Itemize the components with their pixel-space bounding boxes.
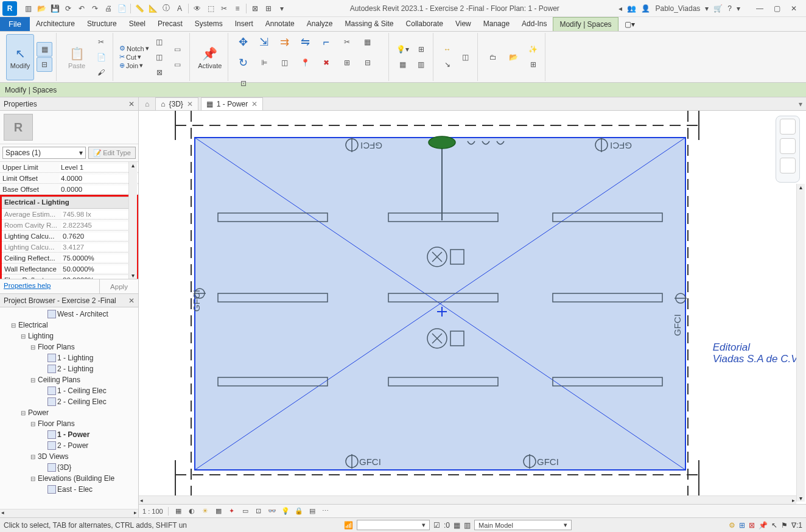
properties-help-link[interactable]: Properties help: [0, 279, 99, 293]
scroll-up-icon[interactable]: ▴: [131, 162, 135, 169]
tree-node[interactable]: 2 - Lighting: [1, 363, 138, 374]
ribbon-tab-structure[interactable]: Structure: [81, 17, 123, 31]
project-browser-tree[interactable]: West - Architect⊟Electrical⊟Lighting⊟Flo…: [0, 307, 138, 509]
create4-icon[interactable]: ⊞: [525, 57, 541, 72]
qat-switch-icon[interactable]: ⊞: [262, 2, 275, 15]
property-row[interactable]: Room Cavity R...2.822345: [2, 220, 136, 231]
crop-show-icon[interactable]: ⊡: [254, 506, 264, 516]
property-row[interactable]: Average Estim...745.98 lx: [2, 209, 136, 220]
tree-twisty-icon[interactable]: ⊟: [19, 410, 27, 416]
shadows-icon[interactable]: ▩: [214, 506, 223, 516]
sb-icon-1[interactable]: ⚙: [729, 521, 735, 530]
tree-node[interactable]: {3D}: [1, 462, 138, 473]
type-selector[interactable]: Spaces (1)▾: [2, 147, 86, 159]
tree-twisty-icon[interactable]: ⊟: [29, 377, 37, 383]
help-icon[interactable]: ?: [727, 4, 732, 13]
ribbon-tab-steel[interactable]: Steel: [123, 17, 152, 31]
tree-node[interactable]: 1 - Ceiling Elec: [1, 385, 138, 396]
ribbon-tab-collaborate[interactable]: Collaborate: [400, 17, 449, 31]
scale-icon[interactable]: ◫: [276, 54, 294, 72]
qat-section-icon[interactable]: ✂: [218, 2, 230, 15]
tree-twisty-icon[interactable]: ⊟: [29, 475, 37, 482]
view1-icon[interactable]: ▦: [395, 57, 411, 72]
qat-print-icon[interactable]: 🖨: [102, 2, 114, 15]
file-tab[interactable]: File: [0, 17, 30, 31]
geom-5-icon[interactable]: ▭: [170, 57, 186, 72]
user-icon[interactable]: 👤: [641, 4, 650, 13]
drawing-canvas[interactable]: GFCI GFCI GFCI GFCI GFCI GFCI Editorial: [139, 111, 806, 517]
tree-node[interactable]: ⊟3D Views: [1, 451, 138, 462]
model-selector[interactable]: Main Model▾: [474, 520, 572, 530]
view-tab-close-icon[interactable]: ✕: [187, 100, 193, 108]
offset-icon[interactable]: ⇲: [255, 33, 273, 51]
ribbon-tab-analyze[interactable]: Analyze: [301, 17, 339, 31]
canvas-hscroll-left-icon[interactable]: ◂: [140, 497, 143, 503]
reveal-icon[interactable]: 💡: [281, 506, 290, 516]
measure-icon[interactable]: ↘: [440, 57, 455, 72]
tree-twisty-icon[interactable]: ⊟: [29, 344, 37, 351]
tree-twisty-icon[interactable]: ⊟: [29, 453, 37, 460]
constraints-icon[interactable]: 🔒: [294, 506, 304, 516]
status-progress-icon[interactable]: 📶: [344, 521, 353, 530]
property-row[interactable]: Lighting Calcu...3.4127: [2, 242, 136, 253]
tree-node[interactable]: ⊟Elevations (Building Ele: [1, 473, 138, 484]
qat-thin-icon[interactable]: ≡: [231, 2, 244, 15]
tree-node[interactable]: ⊟Electrical: [1, 320, 138, 331]
tree-node[interactable]: West - Architect: [1, 309, 138, 320]
mod1-icon[interactable]: ⊞: [338, 54, 356, 72]
modify-button[interactable]: ↖ Modify: [6, 34, 34, 80]
mod3-icon[interactable]: ⊡: [234, 74, 253, 93]
notch-button[interactable]: ⚙ Notch ▾: [119, 44, 149, 52]
tree-node[interactable]: ⊟Floor Plans: [1, 418, 138, 429]
rotate-icon[interactable]: ↻: [234, 54, 253, 72]
qat-3d-icon[interactable]: ⬚: [205, 2, 217, 15]
crop-icon[interactable]: ▭: [240, 506, 250, 516]
tree-node[interactable]: ⊟Power: [1, 407, 138, 418]
ribbon-tab-modify-spaces[interactable]: Modify | Spaces: [553, 17, 618, 31]
move-icon[interactable]: ✥: [234, 33, 253, 51]
tree-twisty-icon[interactable]: ⊟: [10, 322, 17, 329]
viewcube-icon[interactable]: [780, 119, 796, 135]
qat-align-icon[interactable]: 📐: [147, 2, 159, 15]
cut-clip-icon[interactable]: ✂: [93, 35, 109, 49]
mirror-icon[interactable]: ⇋: [296, 33, 315, 51]
tree-node[interactable]: 1 - Power: [1, 429, 138, 440]
hscroll-right-icon[interactable]: ▸: [134, 509, 137, 517]
qat-open-folder-icon[interactable]: 📂: [35, 2, 47, 15]
align-icon[interactable]: ⊫: [255, 54, 273, 72]
tree-node[interactable]: 2 - Ceiling Elec: [1, 396, 138, 407]
view-tabs-overflow-icon[interactable]: ▾: [795, 100, 806, 108]
property-row[interactable]: Floor Reflecta...20.0000%: [2, 275, 136, 279]
view-tab[interactable]: ⌂{3D}✕: [155, 97, 198, 110]
delete-icon[interactable]: ✖: [317, 54, 335, 72]
edit-type-button[interactable]: 📝Edit Type: [88, 147, 136, 159]
sb-icon-4[interactable]: 📌: [759, 521, 768, 530]
user-name[interactable]: Pablo_Viadas: [655, 4, 700, 13]
nav-pan-icon[interactable]: [780, 138, 796, 154]
join-button[interactable]: ⊕ Join ▾: [119, 61, 149, 69]
canvas-hscroll-right-icon[interactable]: ▸: [792, 497, 795, 503]
navigation-bar[interactable]: [776, 116, 800, 183]
geom-3-icon[interactable]: ⊠: [152, 65, 167, 80]
query-icon[interactable]: ◫: [458, 50, 474, 65]
qat-close-icon[interactable]: ⊠: [249, 2, 261, 15]
hscroll-left-icon[interactable]: ◂: [1, 509, 4, 517]
tree-node[interactable]: East - Elec: [1, 484, 138, 495]
create2-icon[interactable]: 📂: [505, 48, 523, 66]
ribbon-tab-annotate[interactable]: Annotate: [259, 17, 301, 31]
property-row[interactable]: Limit Offset4.0000: [0, 173, 138, 184]
activate-button[interactable]: 📌 Activate: [196, 34, 224, 80]
view-tab[interactable]: ▦1 - Power✕: [201, 97, 263, 110]
ribbon-tab-view[interactable]: View: [449, 17, 477, 31]
cut-button[interactable]: ✂ Cut ▾: [119, 53, 149, 61]
properties-close-icon[interactable]: ✕: [128, 100, 135, 108]
detail-level-icon[interactable]: ▦: [173, 506, 183, 516]
array-icon[interactable]: ▦: [359, 33, 377, 51]
tree-node[interactable]: ⊟Ceiling Plans: [1, 374, 138, 385]
qat-text-icon[interactable]: A: [173, 2, 186, 15]
user-caret-icon[interactable]: ▾: [705, 4, 709, 13]
visual-style-icon[interactable]: ◐: [187, 506, 197, 516]
light-icon[interactable]: 💡▾: [395, 42, 411, 57]
select-pin-icon[interactable]: ⊟: [37, 57, 52, 72]
property-row[interactable]: Lighting Calcu...0.7620: [2, 231, 136, 242]
